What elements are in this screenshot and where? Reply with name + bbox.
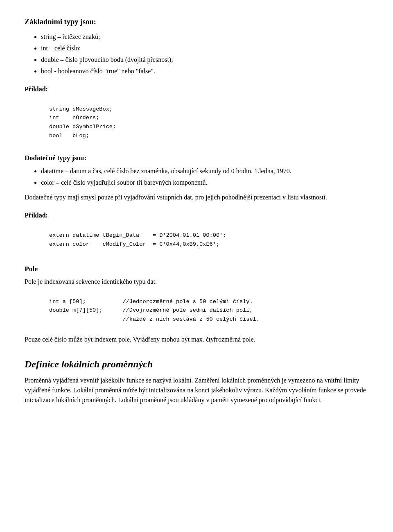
para-2: Pole je indexovaná sekvence identického … — [25, 277, 368, 287]
code-block-2: extern datatime tBegin_Data = D'2004.01.… — [41, 226, 368, 254]
code-block-3: int a [50]; //Jednorozměrné pole s 50 ce… — [41, 292, 368, 329]
para-3: Pouze celé číslo může být indexem pole. … — [25, 335, 368, 344]
bullet-list-1: string – řetězec znaků; int – celé číslo… — [41, 32, 368, 76]
code-block-1: string sMessageBox; int nOrders; double … — [41, 100, 368, 145]
bullet-list-2: datatime – datum a čas, celé číslo bez z… — [41, 166, 368, 188]
list-item: int – celé číslo; — [41, 43, 368, 53]
priklad-label-1: Příklad: — [25, 84, 368, 94]
heading-zakladnimi: Základními typy jsou: — [25, 16, 368, 28]
list-item: string – řetězec znaků; — [41, 32, 368, 42]
dodatecne-heading: Dodatečné typy jsou: — [25, 153, 368, 163]
priklad-label-2: Příklad: — [25, 211, 368, 220]
list-item: double – číslo plovoucího bodu (dvojitá … — [41, 55, 368, 65]
para-4: Proměnná vyjádřená vevnitř jakékoliv fun… — [25, 376, 368, 405]
list-item: datatime – datum a čas, celé číslo bez z… — [41, 166, 368, 176]
list-item: color – celé číslo vyjadřující soubor tř… — [41, 178, 368, 188]
list-item: bool - booleanovo číslo "true" nebo "fal… — [41, 66, 368, 76]
definice-heading: Definice lokálních proměnných — [25, 357, 368, 371]
pole-heading: Pole — [25, 263, 368, 274]
para-1: Dodatečné typy mají smysl pouze při vyja… — [25, 192, 368, 202]
